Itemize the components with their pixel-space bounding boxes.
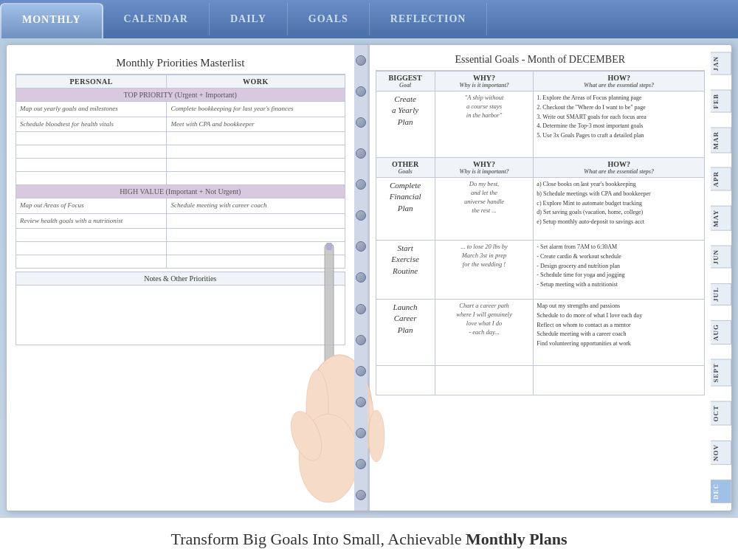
high-row-2-personal: Review health goals with a nutritionist xyxy=(16,213,167,229)
other-3-how-1: Map out my strengths and passions xyxy=(537,302,701,311)
spiral-ring-1 xyxy=(356,55,366,66)
main-content: Monthly Priorities Masterlist PERSONAL W… xyxy=(0,38,738,517)
other-goal-1-label: Complete Financial Plan xyxy=(376,178,435,241)
tab-jul[interactable]: JUL xyxy=(711,283,731,305)
spiral-ring-5 xyxy=(356,179,366,190)
other-3-how-5: Find volunteering opportunities at work xyxy=(537,339,701,349)
tab-calendar[interactable]: CALENDAR xyxy=(103,3,210,35)
top-row-2-personal: Schedule bloodtest for health vitals xyxy=(16,117,167,132)
tab-monthly[interactable]: MONTHLY xyxy=(0,3,103,38)
other-1-how-2: b) Schedule meetings with CPA and bookke… xyxy=(537,190,701,199)
other-goal-3-how: Map out my strengths and passions Schedu… xyxy=(534,300,705,366)
tab-nov[interactable]: NOV xyxy=(711,440,731,465)
top-row-2-work: Meet with CPA and bookkeeper xyxy=(167,117,345,132)
spiral-ring-15 xyxy=(356,490,366,500)
col-work: WORK xyxy=(167,75,345,89)
spiral-binding xyxy=(354,45,368,511)
notes-header: Notes & Other Priorities xyxy=(16,272,345,286)
other-2-how-4: - Schedule time for yoga and jogging xyxy=(537,271,701,280)
col-why-header: WHY? Why is it important? xyxy=(435,72,534,91)
top-row-5-work xyxy=(167,159,345,172)
tab-goals[interactable]: GOALS xyxy=(288,3,370,35)
top-row-4-work xyxy=(167,145,345,159)
spiral-ring-13 xyxy=(356,428,366,438)
high-value-header: HIGH VALUE (Important + Not Urgent) xyxy=(16,185,345,198)
tab-dec[interactable]: DEC xyxy=(711,480,731,503)
spiral-ring-6 xyxy=(356,210,366,221)
other-2-how-5: - Setup meeting with a nutritionist xyxy=(537,280,701,290)
other-2-how-3: - Design grocery and nutrition plan xyxy=(537,262,701,272)
col-personal: PERSONAL xyxy=(16,75,167,89)
tab-aug[interactable]: AUG xyxy=(711,320,731,345)
other-2-how-2: - Create cardio & workout schedule xyxy=(537,252,701,262)
biggest-how-1: 1. Explore the Areas of Focus planning p… xyxy=(537,94,701,103)
spiral-ring-11 xyxy=(356,366,366,376)
tab-sept[interactable]: SEPT xyxy=(711,359,731,387)
other-3-how-4: Schedule meeting with a career coach xyxy=(537,330,701,339)
top-row-1-personal: Map out yearly goals and milestones xyxy=(16,102,167,117)
biggest-how-2: 2. Checkout the "Where do I want to be" … xyxy=(537,103,701,113)
col-biggest-goal: BIGGEST Goal xyxy=(376,72,435,91)
top-row-4-personal xyxy=(16,145,167,159)
high-row-1-personal: Map out Areas of Focus xyxy=(16,198,167,214)
other-goal-3-why: Chart a career path where I will genuine… xyxy=(435,300,534,366)
tab-apr[interactable]: APR xyxy=(711,167,731,191)
notes-section: Notes & Other Priorities xyxy=(15,272,345,345)
top-row-5-personal xyxy=(16,159,167,172)
bottom-text: Transform Big Goals Into Small, Achievab… xyxy=(0,517,738,560)
empty-2 xyxy=(435,366,534,395)
other-1-how-3: c) Explore Mint to automate budget track… xyxy=(537,199,701,209)
notes-body xyxy=(16,286,345,345)
high-row-4-work xyxy=(167,242,345,255)
left-page: Monthly Priorities Masterlist PERSONAL W… xyxy=(7,45,354,511)
nav-bar: MONTHLY CALENDAR DAILY GOALS REFLECTION xyxy=(0,0,738,38)
tab-mar[interactable]: MAR xyxy=(711,128,731,153)
tab-jan[interactable]: JAN xyxy=(711,52,731,75)
biggest-how-3: 3. Write out SMART goals for each focus … xyxy=(537,113,701,122)
col-how-header: HOW? What are the essential steps? xyxy=(534,72,705,91)
spiral-ring-9 xyxy=(356,304,366,314)
biggest-goal-how: 1. Explore the Areas of Focus planning p… xyxy=(534,91,705,158)
top-row-6-personal xyxy=(16,172,167,185)
priority-table: PERSONAL WORK TOP PRIORITY (Urgent + Imp… xyxy=(15,75,345,269)
empty-3 xyxy=(534,366,705,395)
notebook: Monthly Priorities Masterlist PERSONAL W… xyxy=(6,44,732,511)
other-3-how-3: Reflect on whom to contact as a mentor xyxy=(537,321,701,331)
left-page-title: Monthly Priorities Masterlist xyxy=(15,54,345,75)
high-row-3-work xyxy=(167,229,345,242)
other-3-how-2: Schedule to do more of what I love each … xyxy=(537,311,701,321)
other-1-how-4: d) Set saving goals (vacation, home, col… xyxy=(537,208,701,218)
other-goal-1-how: a) Close books on last year's bookkeepin… xyxy=(534,178,705,241)
other-goal-1-why: Do my best, and let the universe handle … xyxy=(435,178,534,241)
tab-jun[interactable]: JUN xyxy=(711,246,731,269)
other-2-how-1: - Set alarm from 7AM to 6:30AM xyxy=(537,243,701,252)
high-row-5-personal xyxy=(16,255,167,269)
spiral-ring-4 xyxy=(356,148,366,159)
other-goal-2-how: - Set alarm from 7AM to 6:30AM - Create … xyxy=(534,241,705,300)
right-page: Essential Goals - Month of DECEMBER BIGG… xyxy=(368,45,711,511)
side-tabs: JAN FEB MAR APR MAY JUN JUL AUG SEPT OCT… xyxy=(711,45,731,511)
high-row-4-personal xyxy=(16,242,167,255)
right-page-title: Essential Goals - Month of DECEMBER xyxy=(376,51,706,71)
top-priority-header: TOP PRIORITY (Urgent + Important) xyxy=(16,89,345,102)
tab-feb[interactable]: FEB xyxy=(711,90,731,113)
tab-reflection[interactable]: REFLECTION xyxy=(370,3,488,35)
tab-daily[interactable]: DAILY xyxy=(210,3,288,35)
high-row-3-personal xyxy=(16,229,167,242)
high-row-2-work xyxy=(167,213,345,229)
spiral-ring-12 xyxy=(356,397,366,407)
spiral-ring-2 xyxy=(356,86,366,97)
tab-oct[interactable]: OCT xyxy=(711,401,731,426)
spiral-ring-10 xyxy=(356,335,366,345)
other-goal-3-label: Launch Career Plan xyxy=(376,300,435,366)
top-row-1-work: Complete bookkeeping for last year's fin… xyxy=(167,102,345,117)
bottom-text-bold: Monthly Plans xyxy=(466,530,568,549)
tab-may[interactable]: MAY xyxy=(711,206,731,231)
biggest-goal-label: Create a Yearly Plan xyxy=(376,91,435,158)
spiral-ring-3 xyxy=(356,117,366,128)
spiral-ring-7 xyxy=(356,241,366,252)
goals-table: BIGGEST Goal WHY? Why is it important? H… xyxy=(376,71,706,395)
other-1-how-5: e) Setup monthly auto-deposit to savings… xyxy=(537,218,701,227)
biggest-how-5: 5. Use 3x Goals Pages to craft a detaile… xyxy=(537,131,701,141)
top-row-3-work xyxy=(167,132,345,145)
